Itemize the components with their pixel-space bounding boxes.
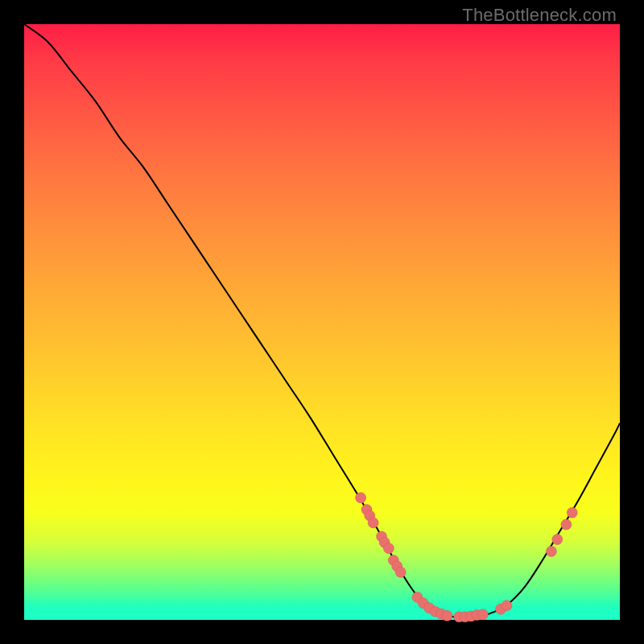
- data-marker: [383, 543, 394, 554]
- data-marker: [502, 601, 512, 611]
- data-marker: [567, 507, 577, 518]
- data-marker: [442, 610, 452, 621]
- data-marker: [477, 609, 488, 620]
- plot-area: [24, 24, 620, 620]
- data-marker: [546, 546, 556, 556]
- watermark-label: TheBottleneck.com: [462, 5, 617, 26]
- data-marker: [356, 493, 366, 503]
- data-marker: [368, 518, 378, 528]
- data-marker: [552, 535, 563, 545]
- bottleneck-curve: [24, 24, 620, 617]
- chart-svg: [24, 24, 620, 620]
- chart-frame: TheBottleneck.com: [0, 0, 644, 644]
- data-marker: [395, 567, 406, 577]
- data-marker: [561, 519, 572, 530]
